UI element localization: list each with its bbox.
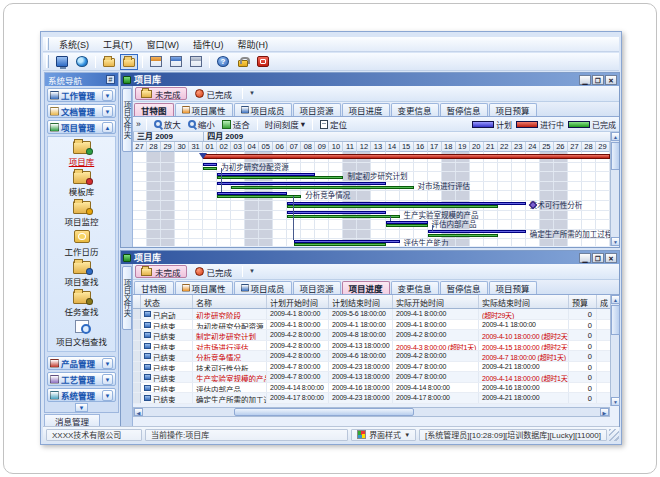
task-done-bar-0[interactable] [203, 167, 217, 170]
menu-item-2[interactable]: 窗口(W) [140, 37, 187, 52]
tab-3[interactable]: 项目资源 [293, 103, 341, 116]
tab-6[interactable]: 暂停信息 [440, 281, 488, 294]
sidebar-item-2[interactable]: 项目监控 [48, 199, 115, 227]
tab-6[interactable]: 暂停信息 [440, 103, 488, 116]
toolbar-button-report-mail[interactable] [147, 54, 165, 70]
toolbar-button-help[interactable]: ? [214, 54, 232, 70]
toolbar-button-exit[interactable] [254, 54, 272, 70]
chevron-down-icon[interactable]: ▼ [102, 90, 113, 101]
menu-item-4[interactable]: 帮助(H) [231, 37, 276, 52]
toolbar-button-globe[interactable] [73, 54, 91, 70]
gantt-vertical-scrollbar[interactable]: ▲▼ [610, 132, 619, 246]
sidebar-section-4[interactable]: 工艺管理▼ [47, 372, 116, 386]
sidebar-overflow-button[interactable]: ▼ [75, 403, 88, 412]
project-folder-side-tab[interactable]: 项目文件夹 [122, 88, 132, 152]
sidebar-item-3[interactable]: 工作日历 [48, 229, 115, 257]
sidebar-item-5[interactable]: 任务查找 [48, 289, 115, 317]
table-horizontal-scrollbar[interactable]: ◀▶ [133, 407, 610, 417]
toolbar-button-folder-closed[interactable] [100, 54, 118, 70]
task-done-bar-2[interactable] [231, 186, 413, 189]
table-row-1[interactable]: 已结束为初步研究分配资源2009-4-1 8:00:002009-4-1 18:… [133, 320, 610, 331]
toolbar-button-notes-mail[interactable] [187, 54, 205, 70]
scroll-down-arrow[interactable]: ▼ [611, 397, 620, 406]
toolbar-button-lock[interactable] [234, 54, 252, 70]
table-row-2[interactable]: 已结束制定初步研究计划2009-4-2 8:00:002009-4-8 18:0… [133, 330, 610, 341]
tab-0[interactable]: 甘特图 [134, 103, 174, 116]
task-done-bar-8[interactable] [294, 243, 385, 246]
fit-button[interactable]: 适合 [220, 118, 252, 130]
tab-4[interactable]: 项目进度 [342, 281, 390, 294]
table-vertical-scrollbar[interactable]: ▲▼ [610, 295, 619, 406]
tab-5[interactable]: 变更信息 [391, 103, 439, 116]
column-header-7[interactable]: 预算 [569, 295, 597, 308]
minimize-button[interactable]: ▁ [579, 253, 591, 263]
scroll-thumb[interactable] [234, 408, 414, 416]
filter-overflow-button[interactable]: ▼ [247, 266, 257, 277]
column-header-2[interactable]: 名称 [193, 295, 267, 308]
toolbar-overflow-handle[interactable]: » [136, 119, 141, 129]
table-row-3[interactable]: 已结束对市场进行评估2009-4-2 8:00:002009-4-13 18:0… [133, 341, 610, 352]
column-header-0[interactable] [133, 295, 141, 308]
chevron-up-icon[interactable]: ▲ [102, 122, 113, 133]
scroll-left-arrow[interactable]: ◀ [134, 408, 143, 416]
restore-button[interactable]: ❐ [592, 253, 604, 263]
sidebar-section-1[interactable]: 文档管理▼ [47, 104, 116, 118]
interface-style-button[interactable]: 界面样式 ▼ [351, 429, 416, 441]
tab-2[interactable]: 项目成员 [234, 281, 292, 294]
menu-item-1[interactable]: 工具(T) [96, 37, 140, 52]
table-row-7[interactable]: 已结束评估内部产品2009-4-14 8:00:002009-4-16 18:0… [133, 383, 610, 394]
column-header-3[interactable]: 计划开始时间 [267, 295, 329, 308]
zoom-out-button[interactable]: 缩小 [186, 118, 217, 130]
menubar-grip[interactable] [46, 38, 49, 49]
tab-1[interactable]: 项目属性 [175, 103, 233, 116]
task-done-bar-5[interactable] [287, 215, 399, 218]
table-row-5[interactable]: 已结束技术可行性分析2009-4-7 8:00:002009-4-23 18:0… [133, 362, 610, 373]
resize-grip[interactable] [609, 429, 619, 441]
project-folder-side-tab[interactable]: 项目文件夹 [122, 266, 132, 330]
tab-7[interactable]: 项目预算 [489, 281, 537, 294]
table-row-4[interactable]: 已结束分析竞争情况2009-4-2 8:00:002009-4-6 18:00:… [133, 351, 610, 362]
tab-7[interactable]: 项目预算 [489, 103, 537, 116]
sidebar-section-0[interactable]: 工作管理▼ [47, 88, 116, 102]
tab-1[interactable]: 项目属性 [175, 281, 233, 294]
table-row-8[interactable]: 已结束确定生产所需的加工过程2009-4-17 8:00:002009-4-23… [133, 393, 610, 404]
scroll-down-arrow[interactable]: ▼ [611, 237, 619, 246]
chevron-down-icon[interactable]: ▼ [102, 374, 113, 385]
close-button[interactable]: ✕ [605, 75, 617, 85]
toolbar-button-computer[interactable] [53, 54, 71, 70]
table-row-0[interactable]: 已启动初步研究阶段2009-4-1 8:00:002009-5-6 18:00:… [133, 309, 610, 320]
tab-3[interactable]: 项目资源 [293, 281, 341, 294]
column-header-6[interactable]: 实际结束时间 [479, 295, 569, 308]
task-done-bar-6[interactable] [386, 224, 428, 227]
filter-finished[interactable]: 已完成 [189, 87, 239, 100]
column-header-1[interactable]: 状态 [141, 295, 193, 308]
chevron-down-icon[interactable]: ▼ [102, 106, 113, 117]
gantt-panel-titlebar[interactable]: 项目库▁❐✕ [121, 73, 619, 86]
menu-item-3[interactable]: 插件(U) [186, 37, 231, 52]
sidebar-section-5[interactable]: 系统管理▼ [47, 388, 116, 402]
time-scale-dropdown[interactable]: 时间刻度▾ [263, 118, 307, 130]
sidebar-item-1[interactable]: 模板库 [48, 169, 115, 197]
scroll-up-arrow[interactable]: ▲ [611, 295, 620, 304]
toolbar-button-folder-open[interactable] [120, 54, 138, 70]
zoom-in-button[interactable]: 放大 [152, 118, 183, 130]
toolbar-grip[interactable] [46, 55, 49, 69]
scroll-thumb[interactable] [611, 142, 619, 170]
task-done-bar-1[interactable] [217, 176, 343, 179]
chevron-down-icon[interactable]: ▼ [102, 358, 113, 369]
sidebar-section-3[interactable]: 产品管理▼ [47, 356, 116, 370]
tab-5[interactable]: 变更信息 [391, 281, 439, 294]
close-button[interactable]: ✕ [605, 253, 617, 263]
menu-item-0[interactable]: 系统(S) [52, 37, 96, 52]
task-done-bar-7[interactable] [428, 234, 498, 237]
tab-0[interactable]: 甘特图 [134, 281, 174, 294]
sidebar-item-0[interactable]: 项目库 [48, 139, 115, 167]
minimize-button[interactable]: ▁ [579, 75, 591, 85]
scroll-up-arrow[interactable]: ▲ [611, 132, 619, 141]
tab-2[interactable]: 项目成员 [234, 103, 292, 116]
sidebar-item-6[interactable]: 项目文档查找 [48, 319, 115, 347]
sidebar-item-4[interactable]: 项目查找 [48, 259, 115, 287]
filter-unfinished[interactable]: 未完成 [135, 87, 187, 100]
filter-finished[interactable]: 已完成 [189, 265, 239, 278]
task-done-bar-4[interactable] [287, 205, 497, 208]
